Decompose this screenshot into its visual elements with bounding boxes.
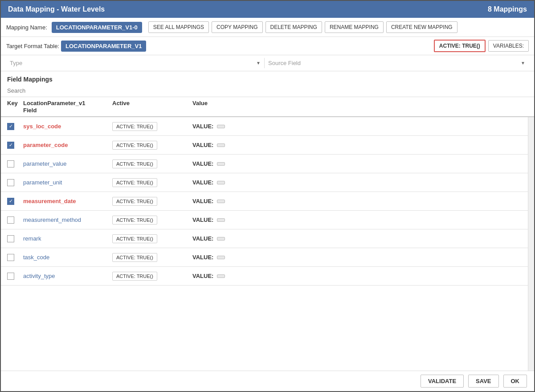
- active-cell-3: ACTIVE: TRUE(): [112, 178, 192, 187]
- value-cell-0: VALUE:: [192, 123, 528, 130]
- row-checkbox-2[interactable]: [7, 160, 14, 167]
- value-cell-2: VALUE:: [192, 160, 528, 167]
- checkbox-cell: [7, 273, 23, 280]
- table-row: activity_typeACTIVE: TRUE()VALUE:: [1, 267, 528, 286]
- ok-button[interactable]: OK: [503, 375, 527, 388]
- target-format-label: Target Format Table:: [6, 43, 59, 49]
- value-cell-1: VALUE:: [192, 142, 528, 148]
- active-cell-0: ACTIVE: TRUE(): [112, 122, 192, 131]
- filter-row: Type ▼ Source Field ▼: [1, 55, 534, 71]
- checkbox-cell: [7, 179, 23, 186]
- value-cell-7: VALUE:: [192, 254, 528, 261]
- row-checkbox-8[interactable]: [7, 273, 14, 280]
- search-input[interactable]: [7, 87, 528, 94]
- value-label-1: VALUE:: [192, 142, 213, 148]
- type-dropdown[interactable]: Type ▼: [6, 58, 265, 68]
- see-all-mappings-button[interactable]: SEE ALL MAPPINGS: [148, 21, 209, 33]
- value-cell-5: VALUE:: [192, 216, 528, 223]
- row-checkbox-7[interactable]: [7, 254, 14, 261]
- app-title: Data Mapping - Water Levels: [8, 5, 105, 13]
- value-cell-3: VALUE:: [192, 179, 528, 186]
- source-field-dropdown[interactable]: Source Field ▼: [265, 58, 529, 68]
- validate-button[interactable]: VALIDATE: [421, 375, 464, 388]
- title-bar: Data Mapping - Water Levels 8 Mappings: [1, 1, 534, 18]
- active-btn-4[interactable]: ACTIVE: TRUE(): [112, 197, 157, 206]
- table-body: sys_loc_codeACTIVE: TRUE()VALUE:paramete…: [1, 117, 528, 371]
- active-cell-8: ACTIVE: TRUE(): [112, 272, 192, 281]
- rename-mapping-button[interactable]: RENAME MAPPING: [325, 21, 384, 33]
- mapping-name-label: Mapping Name:: [6, 24, 47, 31]
- field-name-6: remark: [23, 234, 112, 243]
- value-btn-6[interactable]: [217, 237, 225, 241]
- create-new-mapping-button[interactable]: CREATE NEW MAPPING: [386, 21, 457, 33]
- target-format-row: Target Format Table: LOCATIONPARAMETER_V…: [1, 37, 534, 55]
- field-mappings-section: Field Mappings Key LocationParameter_v1 …: [1, 71, 534, 371]
- value-cell-4: VALUE:: [192, 198, 528, 204]
- col-active: Active: [112, 100, 192, 114]
- target-right: ACTIVE: TRUE() VARIABLES:: [434, 40, 529, 52]
- app-window: Data Mapping - Water Levels 8 Mappings M…: [0, 0, 535, 392]
- table-with-scroll: sys_loc_codeACTIVE: TRUE()VALUE:paramete…: [1, 117, 534, 371]
- table-row: measurement_dateACTIVE: TRUE()VALUE:: [1, 192, 528, 211]
- active-btn-3[interactable]: ACTIVE: TRUE(): [112, 178, 157, 187]
- target-left: Target Format Table: LOCATIONPARAMETER_V…: [6, 41, 146, 52]
- active-btn-1[interactable]: ACTIVE: TRUE(): [112, 141, 157, 150]
- field-name-3: parameter_unit: [23, 178, 112, 187]
- type-placeholder: Type: [10, 60, 22, 66]
- value-btn-8[interactable]: [217, 274, 225, 278]
- source-field-placeholder: Source Field: [268, 60, 301, 66]
- save-button[interactable]: SAVE: [468, 375, 498, 388]
- col-key: Key: [7, 100, 23, 114]
- section-title: Field Mappings: [1, 71, 534, 86]
- active-btn-5[interactable]: ACTIVE: TRUE(): [112, 216, 157, 225]
- scrollbar[interactable]: [528, 117, 534, 371]
- value-cell-8: VALUE:: [192, 273, 528, 279]
- active-btn-7[interactable]: ACTIVE: TRUE(): [112, 253, 157, 262]
- active-btn-6[interactable]: ACTIVE: TRUE(): [112, 234, 157, 243]
- checkbox-cell: [7, 216, 23, 224]
- value-btn-5[interactable]: [217, 218, 225, 222]
- row-checkbox-6[interactable]: [7, 235, 14, 242]
- active-cell-7: ACTIVE: TRUE(): [112, 253, 192, 262]
- active-btn-2[interactable]: ACTIVE: TRUE(): [112, 159, 157, 168]
- row-checkbox-5[interactable]: [7, 216, 14, 224]
- value-label-3: VALUE:: [192, 179, 213, 186]
- source-field-chevron-icon: ▼: [521, 61, 525, 65]
- value-label-5: VALUE:: [192, 216, 213, 223]
- row-checkbox-0[interactable]: [7, 123, 14, 130]
- value-label-7: VALUE:: [192, 254, 213, 261]
- search-row: [1, 86, 534, 97]
- value-label-6: VALUE:: [192, 235, 213, 242]
- field-name-2: parameter_value: [23, 159, 112, 168]
- copy-mapping-button[interactable]: COPY MAPPING: [212, 21, 262, 33]
- value-label-4: VALUE:: [192, 198, 213, 204]
- row-checkbox-1[interactable]: [7, 142, 14, 149]
- field-name-8: activity_type: [23, 272, 112, 280]
- value-cell-6: VALUE:: [192, 235, 528, 242]
- value-btn-1[interactable]: [217, 143, 225, 147]
- checkbox-cell: [7, 254, 23, 261]
- active-btn-8[interactable]: ACTIVE: TRUE(): [112, 272, 157, 281]
- delete-mapping-button[interactable]: DELETE MAPPING: [265, 21, 322, 33]
- table-row: measurement_methodACTIVE: TRUE()VALUE:: [1, 211, 528, 229]
- value-btn-3[interactable]: [217, 181, 225, 184]
- value-btn-4[interactable]: [217, 200, 225, 203]
- type-chevron-icon: ▼: [256, 61, 261, 65]
- row-checkbox-4[interactable]: [7, 198, 14, 205]
- value-btn-0[interactable]: [217, 125, 225, 128]
- checkbox-cell: [7, 123, 23, 130]
- value-label-8: VALUE:: [192, 273, 213, 279]
- active-btn-0[interactable]: ACTIVE: TRUE(): [112, 122, 157, 131]
- toolbar-row: Mapping Name: LOCATIONPARAMETER_V1-0 SEE…: [1, 18, 534, 37]
- row-checkbox-3[interactable]: [7, 179, 14, 186]
- value-btn-2[interactable]: [217, 162, 225, 166]
- active-cell-1: ACTIVE: TRUE(): [112, 141, 192, 150]
- mapping-count: 8 Mappings: [488, 5, 527, 13]
- variables-button[interactable]: VARIABLES:: [488, 40, 529, 52]
- active-cell-6: ACTIVE: TRUE(): [112, 234, 192, 243]
- value-btn-7[interactable]: [217, 256, 225, 259]
- col-value: Value: [192, 100, 525, 114]
- table-row: parameter_valueACTIVE: TRUE()VALUE:: [1, 155, 528, 173]
- bottom-bar: VALIDATE SAVE OK: [1, 371, 534, 391]
- active-true-button[interactable]: ACTIVE: TRUE(): [434, 40, 486, 52]
